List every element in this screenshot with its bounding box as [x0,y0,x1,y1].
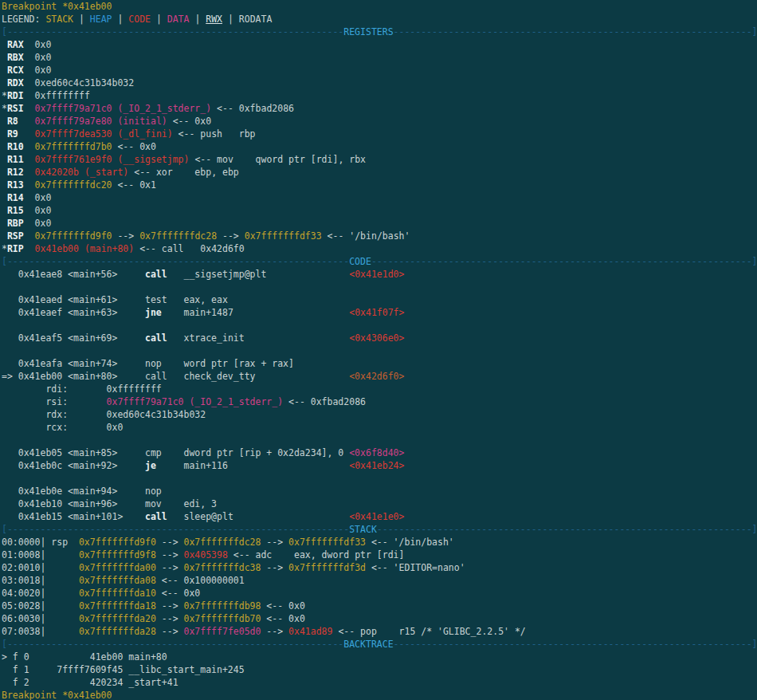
text-segment: 01:0008| [2,549,79,560]
text-segment [2,52,7,63]
text-segment: R15 [7,205,24,216]
text-segment: 0x7ffff79a71c0 (_IO_2_1_stderr_) [35,103,212,114]
text-segment: <0x41eb24> [349,460,404,471]
text-segment: * [2,243,7,254]
backtrace-frame-0: > f 0 41eb00 main+80 [2,651,757,663]
text-segment: 0x41eae8 <main+56> [2,269,145,280]
text-segment [24,243,35,254]
text-segment [24,179,35,191]
text-segment: <-- 0xfbad2086 [283,396,366,407]
text-segment: f 2 420234 _start+41 [2,677,178,688]
text-segment: 0x7ffff79a71c0 (_IO_2_1_stderr_) [107,396,284,407]
text-segment: R9 [7,128,18,140]
text-segment: 0x41eb15 <main+101> [2,511,145,522]
text-segment [24,154,35,165]
text-segment: RDI [7,90,24,101]
text-segment: sleep@plt [167,511,349,522]
text-segment: xtrace_init [167,332,349,344]
text-segment: call [145,332,167,344]
section-label: CODE [349,256,371,267]
text-segment: f 1 7ffff7609f45 __libc_start_main+245 [2,664,245,675]
text-segment: je [145,460,156,471]
text-segment [18,116,35,127]
blank-line [2,434,757,446]
stack-row-02: 02:0010| 0x7fffffffda00 --> 0x7fffffffdc… [2,561,757,574]
text-segment: 0x7fffffffdc28 [184,537,261,548]
text-segment [2,65,7,76]
text-segment: 0x7fffffffdf3d [288,562,366,573]
text-segment: 0x7fffffffdc28 [139,230,217,242]
section-divider-registers: [---------------------------------------… [2,26,757,38]
blank-line [2,319,757,332]
disasm-row-0x41eb05: 0x41eb05 <main+85> cmp dword ptr [rip + … [2,446,757,459]
text-segment: R10 [7,141,24,152]
register-row-r11: R11 0x7ffff761e9f0 (__sigsetjmp) <-- mov… [2,153,757,166]
breakpoint-hit-message: Breakpoint *0x41eb00 [2,0,757,13]
text-segment: <0x41e1d0> [349,269,404,280]
register-row-rip: *RIP 0x41eb00 (main+80) <-- call 0x42d6f… [2,242,757,255]
text-segment: 00:0000| rsp [2,537,79,548]
text-segment: 03:0018| [2,575,79,586]
text-segment: <0x4306e0> [349,332,404,344]
section-label: BACKTRACE [343,639,393,650]
text-segment: RAX [7,39,24,50]
text-segment: --> [261,626,288,637]
text-segment: 0x7fffffffda00 [79,562,156,573]
text-segment: <0x41e1e0> [349,511,404,522]
register-row-r15: R15 0x0 [2,204,757,217]
text-segment: 0x0 [24,39,52,50]
text-segment: <-- adc eax, dword ptr [rdi] [228,549,405,560]
call-arg-rdi: rdi: 0xffffffff [2,383,757,395]
text-segment: --> [156,549,184,560]
text-segment: 0x0 [24,205,52,216]
legend-bar: LEGEND: STACK | HEAP | CODE | DATA | RWX… [2,13,757,26]
text-segment: 0x7fffffffda18 [79,600,156,612]
text-segment: 0x42020b (_start) [35,167,129,178]
call-arg-rcx: rcx: 0x0 [2,421,757,434]
divider-dashes: [---------------------------------------… [2,639,343,650]
text-segment [24,141,35,152]
register-row-rcx: RCX 0x0 [2,64,757,77]
text-segment: --> [156,613,184,624]
disasm-row-0x41eaef: 0x41eaef <main+63> jne main+1487 <0x41f0… [2,306,757,319]
register-row-rbp: RBP 0x0 [2,217,757,230]
divider-dashes: [---------------------------------------… [2,256,349,267]
stack-row-03: 03:0018| 0x7fffffffda08 <-- 0x100000001 [2,574,757,587]
text-segment [24,103,35,114]
blank-line [2,344,757,357]
disasm-row-0x41eaf5: 0x41eaf5 <main+69> call xtrace_init <0x4… [2,332,757,344]
stack-row-05: 05:0028| 0x7fffffffda18 --> 0x7fffffffdb… [2,600,757,612]
text-segment: --> [156,562,184,573]
disasm-row-0x41eafa: 0x41eafa <main+74> nop word ptr [rax + r… [2,357,757,370]
text-segment: 0x41eaef <main+63> [2,307,145,318]
register-row-r9: R9 0x7ffff7dea530 (_dl_fini) <-- push rb… [2,128,757,140]
text-segment [2,230,7,242]
text-segment: 0x0 [24,65,52,76]
text-segment: 0x7fffffffda20 [79,613,156,624]
gdb-pwndbg-terminal[interactable]: Breakpoint *0x41eb00LEGEND: STACK | HEAP… [0,0,757,700]
register-row-r10: R10 0x7fffffffd7b0 <-- 0x0 [2,140,757,153]
text-segment: call [145,511,167,522]
text-segment: 0x7fffffffd7b0 [35,141,112,152]
text-segment: <-- 0x100000001 [156,575,245,586]
text-segment: <-- '/bin/bash' [366,537,454,548]
text-segment: 0x41eb0c <main+92> [2,460,145,471]
text-segment: 0x7ffff7fe05d0 [184,626,261,637]
divider-dashes: [---------------------------------------… [2,26,343,37]
text-segment: <-- '/bin/bash' [322,230,410,242]
section-divider-code: [---------------------------------------… [2,255,757,268]
text-segment: 0x41eb0e <main+94> nop [2,486,162,497]
text-segment: 06:0030| [2,613,79,624]
text-segment [2,179,7,191]
text-segment: DATA [167,14,190,25]
register-row-r12: R12 0x42020b (_start) <-- xor ebp, ebp [2,166,757,179]
text-segment: RSP [7,230,24,242]
register-row-rdx: RDX 0xed60c4c31b34b032 [2,77,757,89]
text-segment [2,167,7,178]
text-segment: jne [145,307,162,318]
text-segment: --> [261,562,288,573]
text-segment [2,39,7,50]
register-row-rax: RAX 0x0 [2,38,757,51]
stack-row-06: 06:0030| 0x7fffffffda20 --> 0x7fffffffdb… [2,612,757,625]
text-segment: 05:0028| [2,600,79,612]
